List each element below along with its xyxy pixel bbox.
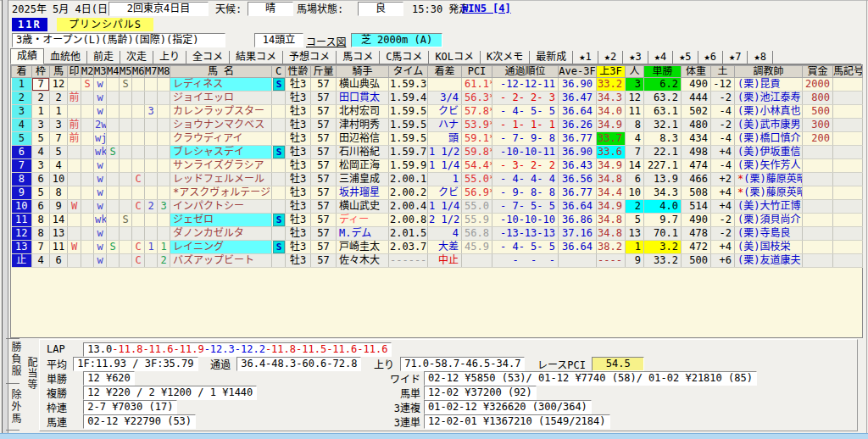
result-row[interactable]: 645wkSブレシャスデイS牡357石川裕紀1.59.71 1/259.8*-1… [12,146,863,159]
column-header-7[interactable]: M4 [107,66,120,78]
payout-row: 複勝 12 ¥220 / 2 ¥1200 / 1 ¥1440 [47,386,257,399]
cell-m8 [158,119,170,132]
result-row[interactable]: 734wサンライズグラシア牡357松岡正海1.59.91 1/454.4*- 3… [12,159,863,173]
tab-18[interactable]: ★5 [673,51,698,64]
cell-last-3f: 34.8 [597,214,626,227]
tab-8[interactable]: 予想コメ [283,51,337,64]
cell-horse-name: レッドフェルメール [170,173,272,186]
tab-12[interactable]: K次メモ [481,51,530,64]
cell-m3: w [94,186,107,200]
column-header-2[interactable]: 枠 [32,66,50,78]
result-row[interactable]: 433前2wショウナンマクベス牡357津村明秀1.59.5ハナ53.9*- 1-… [12,119,863,132]
result-row[interactable]: 止46wC2バズアップビート牡357佐々木大------中止- - -----9… [12,254,863,268]
column-header-23[interactable]: 人 [626,66,644,78]
cell-trainer: (栗)橋口慎介 [735,132,803,146]
tab-4[interactable]: 次走 [120,51,153,64]
payout-box-quinella: 02-12 ¥22790 (53) [83,414,196,429]
result-row[interactable]: 1069WwC23インパクトシー牡357横山武史2.00.41 1/455.0-… [12,200,863,214]
cell-c-mark: S [272,78,286,92]
cell-symbol [833,146,863,159]
win5-link[interactable]: WIN5 [4] [462,3,511,14]
cell-m4 [107,119,120,132]
column-header-11[interactable]: M8 [158,66,170,78]
column-header-28[interactable]: 賞金 [803,66,833,78]
result-row[interactable]: 13711WwSC11レイニングS牡357戸崎圭太2.03.7大差45.9- 4… [12,241,863,254]
column-header-24[interactable]: 単勝 [644,66,682,78]
cell-ave-3f: 36.26 [559,119,597,132]
tab-5[interactable]: 上り [153,51,186,64]
result-row[interactable]: 311w3カレンラップスター牡357北村宏司1.59.5クビ57.8*- 4- … [12,105,863,119]
result-row[interactable]: 1712SwSレディネスS牡357横山典弘1.59.361.1*-12-12-1… [12,78,863,92]
column-header-26[interactable]: 土 [711,66,735,78]
tab-21[interactable]: ★8 [748,51,772,64]
side-tab-excluded[interactable]: 除外馬 [8,389,23,425]
column-header-22[interactable]: 上3F [597,66,626,78]
cell-margin: 3/4 [428,92,462,105]
tab-7[interactable]: 結果コメ [230,51,283,64]
cell-m7 [145,173,158,186]
tab-11[interactable]: KOLコメ [429,51,481,64]
cell-passing-order: - 4- 4- 4 [492,173,559,186]
cell-time: 1.59.5 [389,105,428,119]
passing-box: 36.4-48.3-60.6-72.8 [236,357,361,371]
tab-2[interactable]: 血統他 [44,51,87,64]
c-mark-badge: S [273,78,285,91]
tab-14[interactable]: ★1 [573,51,598,64]
column-header-20[interactable]: 通過順位 [492,66,559,78]
column-header-1[interactable]: 着 [12,66,32,78]
column-header-29[interactable]: 馬記号 [833,66,863,78]
result-row[interactable]: 11814wkSジェゼロS牡357ディー2.00.82 1/255.9-10-1… [12,214,863,227]
lap-box: 13.0-11.8-11.6-11.9-12.3-12.2-11.8-11.5-… [83,342,392,357]
cell-horse-name: インパクトシー [170,200,272,214]
side-tab-silks[interactable]: 勝負服 [8,342,23,377]
result-row[interactable]: 12813wダノンカゼルタ牡357M.デム2.01.5456.8-13-13-1… [12,227,863,241]
tab-10[interactable]: C馬コメ [380,51,429,64]
result-row[interactable]: 8610wCレッドフェルメール牡357三浦皇成2.00.1155.0*- 4- … [12,173,863,186]
tab-16[interactable]: ★3 [623,51,648,64]
cell-ave-3f: 36.64 [559,105,597,119]
tab-19[interactable]: ★6 [698,51,723,64]
column-header-8[interactable]: M5 [120,66,132,78]
column-header-14[interactable]: 性齢 [286,66,311,78]
column-header-19[interactable]: PCI [462,66,492,78]
tab-20[interactable]: ★7 [723,51,748,64]
cell-m5 [120,186,132,200]
cell-m4 [107,200,120,214]
cell-m5 [120,241,132,254]
column-header-18[interactable]: 着差 [428,66,462,78]
cell-popularity: 12 [626,92,644,105]
column-header-3[interactable]: 馬 [50,66,68,78]
tab-3[interactable]: 前走 [87,51,120,64]
cell-c-mark [272,173,286,186]
column-header-13[interactable]: C [272,66,286,78]
tab-1[interactable]: 成績 [10,48,44,64]
column-header-4[interactable]: 印 [68,66,81,78]
column-header-21[interactable]: Ave-3F [559,66,597,78]
cell-m8 [158,105,170,119]
course-map-link[interactable]: コース図 [306,34,346,48]
cell-prize [803,146,833,159]
column-header-5[interactable]: M2 [81,66,94,78]
tab-17[interactable]: ★4 [648,51,673,64]
cell-finish: 3 [12,105,32,119]
race-class-box: 3歳・オープン(L)(馬齢)(国際)(指定) [12,33,225,47]
cell-sex-age: 牡3 [286,241,311,254]
column-header-15[interactable]: 斤量 [311,66,337,78]
result-row[interactable]: 958w*アスクヴォルテージ牡357坂井瑠星2.00.2クビ56.9*- 9- … [12,186,863,200]
cell-trainer: (栗)矢作芳人 [735,159,803,173]
column-header-27[interactable]: 調教師 [735,66,803,78]
column-header-25[interactable]: 体重 [682,66,711,78]
column-header-10[interactable]: M7 [145,66,158,78]
tab-6[interactable]: 全コメ [186,51,230,64]
tab-9[interactable]: 馬コメ [337,51,380,64]
result-row[interactable]: 222前wジョイエッロ牡357田口貫太1.59.43/456.3*- 2- 2-… [12,92,863,105]
column-header-12[interactable]: 馬 名 [170,66,272,78]
tab-13[interactable]: 最新成 [530,51,573,64]
column-header-9[interactable]: M6 [132,66,145,78]
tab-15[interactable]: ★2 [598,51,623,64]
column-header-6[interactable]: M3 [94,66,107,78]
column-header-16[interactable]: 騎手 [337,66,389,78]
column-header-17[interactable]: タイム [389,66,428,78]
cell-m2 [81,214,94,227]
result-row[interactable]: 557前wjクラウディアイ牡357田辺裕信1.59.5頭59.1*- 7- 9-… [12,132,863,146]
